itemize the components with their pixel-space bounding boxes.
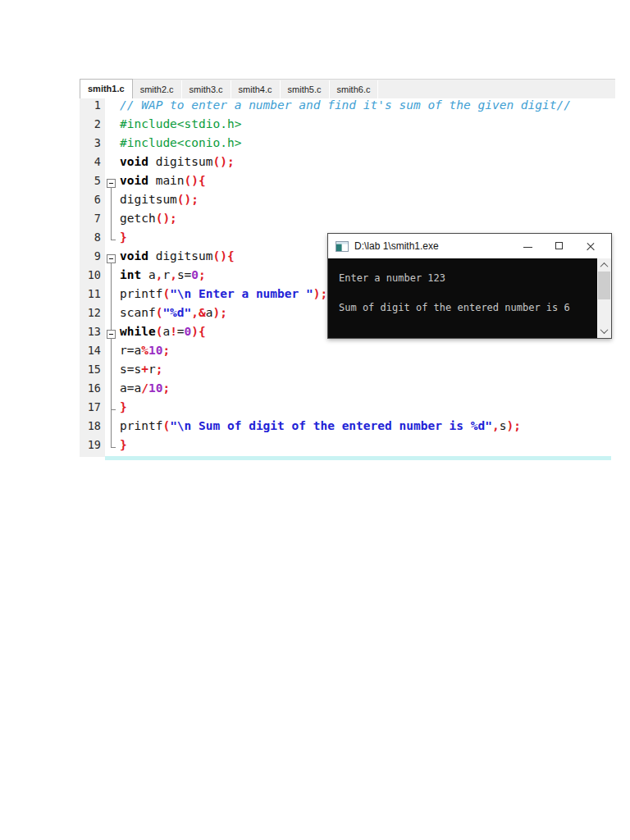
line-number: 13 [80,325,105,344]
fold-guide [105,438,117,457]
token-red: ; [162,344,170,357]
line-number: 6 [80,193,105,212]
console-title: D:\lab 1\smith1.exe [354,240,513,252]
token-kw: void [120,174,148,187]
code-line[interactable]: 7getch(); [80,212,615,231]
scrollbar-thumb[interactable] [598,272,610,299]
fold-guide [105,287,117,306]
code-text[interactable]: scanf("%d",&a); [117,306,227,325]
code-line[interactable]: 3#include<conio.h> [80,136,615,155]
close-icon[interactable] [575,235,606,258]
scroll-down-icon[interactable] [597,325,611,337]
code-line[interactable]: 19} [80,438,615,457]
fold-toggle-icon[interactable] [105,174,117,193]
tab-smith4c[interactable]: smith4.c [231,80,281,98]
fold-toggle-icon[interactable] [105,325,117,344]
code-line[interactable]: 4void digitsum(); [80,155,615,174]
fold-toggle-icon[interactable] [105,249,117,268]
code-line[interactable]: 1// WAP to enter a number and find it's … [80,98,615,117]
code-text[interactable]: while(a!=0){ [117,325,206,344]
code-text[interactable]: } [117,400,127,419]
token-red: % [141,344,148,357]
tab-label: smith3.c [189,84,223,94]
code-line[interactable]: 2#include<stdio.h> [80,117,615,136]
token-red: / [141,381,148,395]
tab-smith3c[interactable]: smith3.c [182,80,231,98]
token-red: ,& [191,306,205,319]
token-red: , [170,268,177,281]
token-plain: s=s [120,363,141,376]
tab-smith1c[interactable]: smith1.c [80,79,133,98]
page: smith1.c smith2.c smith3.c smith4.c smit… [0,0,630,840]
token-red: ); [506,419,520,432]
code-text[interactable]: printf("\n Enter a number "); [117,287,327,306]
fold-guide [105,419,117,438]
console-titlebar[interactable]: D:\lab 1\smith1.exe [328,234,611,258]
code-text[interactable]: #include<stdio.h> [117,117,241,136]
line-number: 3 [80,136,105,155]
tab-bar: smith1.c smith2.c smith3.c smith4.c smit… [80,79,615,98]
code-line[interactable]: 15s=s+r; [80,363,615,381]
line-number: 18 [80,419,105,438]
code-text[interactable]: r=a%10; [117,344,170,363]
code-line[interactable]: 18printf("\n Sum of digit of the entered… [80,419,615,438]
line-number: 4 [80,155,105,174]
fold-guide [105,155,117,174]
token-red: ){ [191,325,205,338]
token-plain: printf [120,419,162,432]
token-num: 0 [191,268,199,281]
code-line[interactable]: 14r=a%10; [80,344,615,363]
code-text[interactable]: void digitsum(){ [117,249,235,268]
token-str: "\n Sum of digit of the entered number i… [170,419,492,432]
token-num: 10 [148,381,162,395]
code-line[interactable]: 16a=a/10; [80,381,615,400]
token-red: ; [156,363,163,376]
fold-guide [105,306,117,325]
code-line[interactable]: 17} [80,400,615,419]
token-red: (){ [213,249,235,262]
line-number: 14 [80,344,105,363]
line-number: 16 [80,381,105,400]
code-text[interactable]: getch(); [117,212,177,231]
tab-smith5c[interactable]: smith5.c [281,80,330,98]
code-text[interactable]: #include<conio.h> [117,136,241,155]
token-plain: printf [120,287,162,300]
code-text[interactable]: void main(){ [117,174,206,193]
token-plain: s= [177,268,191,281]
code-text[interactable]: s=s+r; [117,363,162,381]
code-text[interactable]: int a,r,s=0; [117,268,206,287]
code-text[interactable]: digitsum(); [117,193,199,212]
line-number: 15 [80,363,105,381]
line-number: 1 [80,98,105,117]
line-number: 2 [80,117,105,136]
code-text[interactable]: void digitsum(); [117,155,235,174]
console-window: D:\lab 1\smith1.exe Enter a number 123 S… [327,233,612,339]
token-include: #include<stdio.h> [120,117,241,130]
tab-smith6c[interactable]: smith6.c [330,80,379,98]
tab-smith2c[interactable]: smith2.c [133,80,182,98]
code-line[interactable]: 5void main(){ [80,174,615,193]
code-text[interactable]: printf("\n Sum of digit of the entered n… [117,419,521,438]
line-number: 5 [80,174,105,193]
line-number: 17 [80,400,105,419]
token-red: ! [170,325,177,338]
tab-label: smith1.c [88,84,125,94]
token-plain: = [177,325,185,338]
code-text[interactable]: } [117,231,127,249]
minimize-icon[interactable] [513,235,544,258]
line-number: 11 [80,287,105,306]
code-text[interactable]: // WAP to enter a number and find it's s… [117,98,571,117]
code-text[interactable]: } [117,438,127,457]
token-red: ; [162,381,170,395]
line-number: 8 [80,231,105,249]
scroll-up-icon[interactable] [597,259,611,272]
code-text[interactable]: a=a/10; [117,381,170,400]
token-plain: getch [120,212,156,225]
token-plain: digitsum [148,155,213,168]
code-line[interactable]: 6digitsum(); [80,193,615,212]
token-red: + [141,363,148,376]
console-scrollbar[interactable] [597,258,611,338]
fold-guide [105,193,117,212]
fold-guide [105,117,117,136]
maximize-icon[interactable] [544,235,575,258]
